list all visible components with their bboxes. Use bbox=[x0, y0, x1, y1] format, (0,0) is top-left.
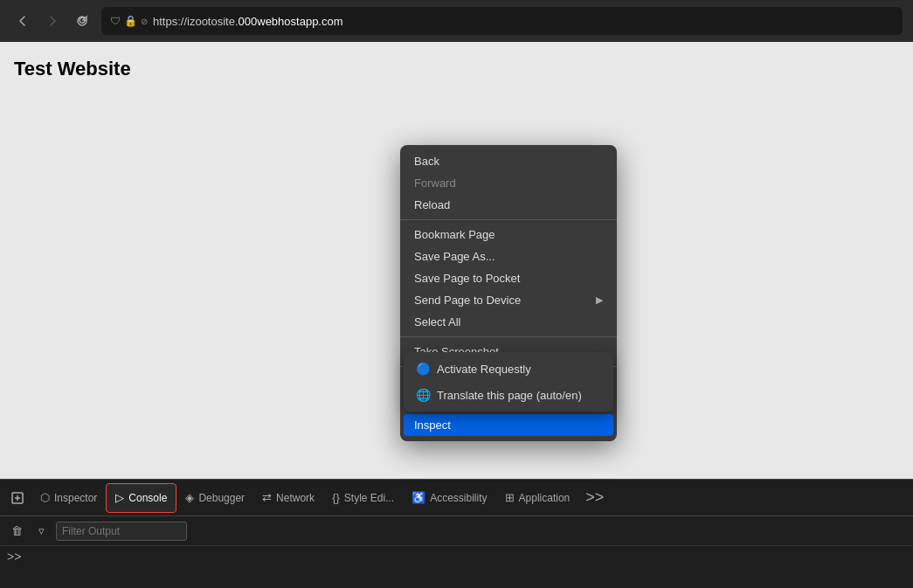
debugger-icon: ◈ bbox=[185, 491, 194, 504]
filter-input[interactable] bbox=[56, 522, 187, 541]
menu-item-inspect[interactable]: Inspect bbox=[404, 414, 613, 436]
url-domain: 000webhostapp.com bbox=[239, 15, 343, 28]
network-icon: ⇄ bbox=[262, 491, 272, 504]
forward-button[interactable] bbox=[40, 9, 65, 33]
devtools-panel: ⬡ Inspector ▷ Console ◈ Debugger ⇄ Netwo… bbox=[0, 479, 913, 588]
page-content: Test Website Back Forward Reload Bookmar… bbox=[0, 42, 913, 479]
reload-button[interactable] bbox=[70, 9, 94, 33]
more-tabs-button[interactable]: >> bbox=[578, 483, 611, 513]
menu-separator-1 bbox=[400, 219, 617, 220]
console-icon: ▷ bbox=[115, 491, 124, 504]
send-device-arrow: ▶ bbox=[596, 294, 603, 306]
requestly-icon: 🔵 bbox=[416, 362, 430, 376]
menu-item-save-as[interactable]: Save Page As... bbox=[400, 246, 617, 267]
tab-console[interactable]: ▷ Console bbox=[106, 483, 176, 513]
url-display: https://izootosite.000webhostapp.com bbox=[153, 15, 343, 28]
tab-debugger[interactable]: ◈ Debugger bbox=[176, 483, 253, 513]
menu-item-save-pocket[interactable]: Save Page to Pocket bbox=[400, 267, 617, 289]
tab-network[interactable]: ⇄ Network bbox=[253, 483, 323, 513]
devtools-content: >> bbox=[0, 546, 913, 588]
submenu-item-translate[interactable]: 🌐 Translate this page (auto/en) bbox=[404, 382, 613, 408]
trash-icon: 🗑 bbox=[11, 524, 23, 537]
expand-icon[interactable]: >> bbox=[7, 550, 21, 564]
filter-icon: ▿ bbox=[38, 524, 45, 537]
submenu-item-requestly[interactable]: 🔵 Activate Requestly bbox=[404, 356, 613, 382]
tab-application[interactable]: ⊞ Application bbox=[496, 483, 579, 513]
menu-item-select-all[interactable]: Select All bbox=[400, 311, 617, 333]
filter-icon-button[interactable]: ▿ bbox=[31, 522, 51, 541]
devtools-toolbar: 🗑 ▿ bbox=[0, 516, 913, 546]
nav-buttons bbox=[10, 9, 94, 33]
menu-item-bookmark[interactable]: Bookmark Page bbox=[400, 224, 617, 246]
menu-item-forward: Forward bbox=[400, 172, 617, 194]
inspector-icon: ⬡ bbox=[40, 491, 50, 504]
devtools-tabs: ⬡ Inspector ▷ Console ◈ Debugger ⇄ Netwo… bbox=[0, 480, 913, 516]
address-bar[interactable]: 🛡 🔒 ⊘ https://izootosite.000webhostapp.c… bbox=[101, 7, 903, 35]
tab-accessibility[interactable]: ♿ Accessibility bbox=[403, 483, 495, 513]
application-icon: ⊞ bbox=[505, 491, 515, 504]
translate-icon: 🌐 bbox=[416, 388, 430, 402]
url-prefix: https://izootosite. bbox=[153, 15, 239, 28]
menu-item-send-device[interactable]: Send Page to Device ▶ bbox=[400, 289, 617, 311]
browser-chrome: 🛡 🔒 ⊘ https://izootosite.000webhostapp.c… bbox=[0, 0, 913, 42]
back-button[interactable] bbox=[10, 9, 35, 33]
track-icon: ⊘ bbox=[141, 17, 148, 26]
menu-item-reload[interactable]: Reload bbox=[400, 194, 617, 216]
page-title: Test Website bbox=[0, 42, 913, 96]
accessibility-icon: ♿ bbox=[412, 491, 425, 504]
shield-icon: 🛡 bbox=[110, 15, 121, 27]
tab-inspector[interactable]: ⬡ Inspector bbox=[31, 483, 106, 513]
devtools-pick-button[interactable] bbox=[3, 486, 31, 510]
tab-style-editor[interactable]: {} Style Edi... bbox=[323, 483, 403, 513]
menu-item-back[interactable]: Back bbox=[400, 150, 617, 172]
menu-separator-2 bbox=[400, 336, 617, 337]
security-icons: 🛡 🔒 ⊘ bbox=[110, 15, 148, 27]
lock-icon: 🔒 bbox=[124, 15, 137, 27]
submenu-popup: 🔵 Activate Requestly 🌐 Translate this pa… bbox=[404, 352, 613, 412]
clear-console-button[interactable]: 🗑 bbox=[7, 522, 26, 541]
style-editor-icon: {} bbox=[332, 491, 340, 504]
